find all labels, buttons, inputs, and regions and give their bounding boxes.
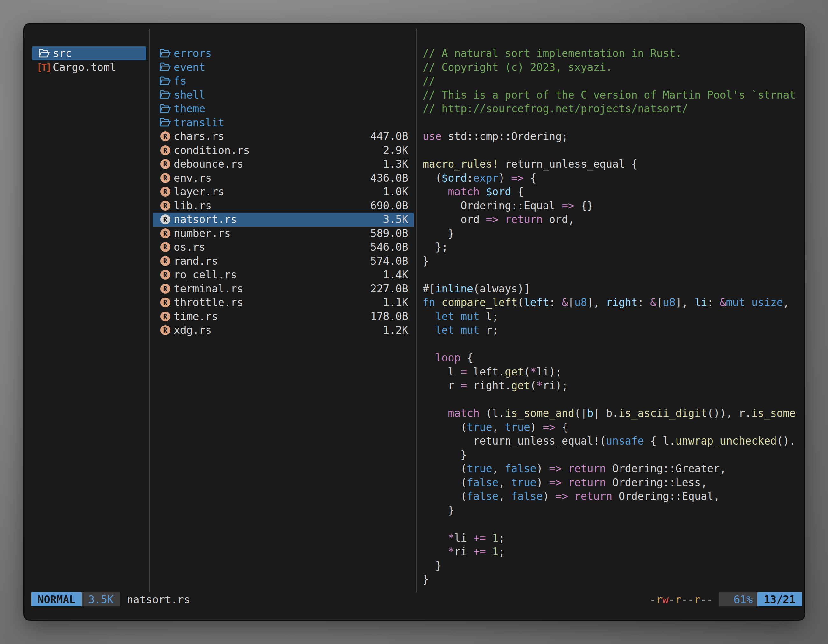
file-row[interactable]: [T]Cargo.toml xyxy=(32,60,146,74)
rust-file-icon: R xyxy=(160,312,170,321)
file-size: 1.3K xyxy=(383,158,408,170)
file-row[interactable]: Rchars.rs447.0B xyxy=(153,130,414,144)
rust-file-icon: R xyxy=(160,325,170,335)
code-line: (true, false) => return Ordering::Greate… xyxy=(423,462,799,476)
code-line: } xyxy=(423,503,799,517)
rust-file-icon: R xyxy=(160,146,171,155)
code-line xyxy=(423,393,799,407)
open-folder-icon xyxy=(160,76,171,86)
open-folder-icon xyxy=(160,76,171,86)
rust-file-icon: R xyxy=(160,159,170,169)
rust-file-icon: R xyxy=(160,201,171,211)
code-line: } xyxy=(423,254,799,268)
rust-file-icon: R xyxy=(160,284,171,294)
code-line: *ri += 1; xyxy=(423,545,799,559)
file-row[interactable]: Rterminal.rs227.0B xyxy=(153,282,414,296)
rust-file-icon: R xyxy=(160,256,171,266)
file-name: event xyxy=(174,61,205,74)
file-name: env.rs xyxy=(174,172,212,184)
file-row[interactable]: Rxdg.rs1.2K xyxy=(153,323,414,337)
status-bar-left: NORMAL 3.5K natsort.rs xyxy=(31,592,190,606)
rust-file-icon: R xyxy=(160,298,171,307)
file-row[interactable]: Rnumber.rs589.0B xyxy=(153,227,414,241)
code-line xyxy=(423,116,799,130)
file-size: 178.0B xyxy=(370,310,408,323)
code-line: } xyxy=(423,227,799,241)
file-row[interactable]: src xyxy=(32,47,146,60)
file-size: 546.0B xyxy=(370,241,408,253)
code-line: macro_rules! return_unless_equal { xyxy=(423,157,799,171)
file-size: 589.0B xyxy=(370,227,408,240)
code-line: match $ord { xyxy=(423,185,799,199)
file-name: ro_cell.rs xyxy=(174,268,237,281)
file-row[interactable]: fs xyxy=(153,74,414,88)
file-row[interactable]: Rro_cell.rs1.4K xyxy=(153,268,414,282)
pane-divider-right xyxy=(416,29,417,592)
file-row[interactable]: shell xyxy=(153,88,414,102)
rust-file-icon: R xyxy=(160,256,170,266)
code-line: let mut r; xyxy=(423,323,799,337)
file-name: time.rs xyxy=(174,310,218,323)
code-line: #[inline(always)] xyxy=(423,282,799,296)
file-row[interactable]: Ros.rs546.0B xyxy=(153,240,414,254)
code-line: } xyxy=(423,448,799,462)
file-size: 2.9K xyxy=(383,144,408,157)
file-name: theme xyxy=(174,102,205,115)
mode-badge: NORMAL xyxy=(31,592,82,606)
file-row[interactable]: event xyxy=(153,60,414,74)
open-folder-icon xyxy=(160,90,171,100)
open-folder-icon xyxy=(160,104,171,114)
file-row[interactable]: errors xyxy=(153,47,414,60)
file-name: os.rs xyxy=(174,241,205,253)
code-line: (false, true) => return Ordering::Less, xyxy=(423,476,799,490)
code-line: return_unless_equal!(unsafe { l.unwrap_u… xyxy=(423,434,799,448)
open-folder-icon xyxy=(160,49,171,58)
file-row[interactable]: translit xyxy=(153,116,414,130)
rust-file-icon: R xyxy=(160,270,171,280)
file-name: layer.rs xyxy=(174,185,224,198)
file-row[interactable]: Rdebounce.rs1.3K xyxy=(153,157,414,171)
file-row[interactable]: Rthrottle.rs1.1K xyxy=(153,296,414,310)
file-row[interactable]: Rlayer.rs1.0K xyxy=(153,185,414,199)
open-folder-icon xyxy=(160,49,171,58)
file-name: translit xyxy=(174,116,224,129)
file-size: 690.0B xyxy=(370,199,408,212)
file-size: 1.4K xyxy=(383,268,408,281)
rust-file-icon: R xyxy=(160,187,171,197)
code-line xyxy=(423,144,799,158)
rust-file-icon: R xyxy=(160,298,170,307)
code-line: }; xyxy=(423,240,799,254)
status-filename: natsort.rs xyxy=(127,592,190,606)
file-row[interactable]: Rlib.rs690.0B xyxy=(153,199,414,213)
rust-file-icon: R xyxy=(160,146,170,155)
rust-file-icon: R xyxy=(160,132,170,141)
file-name: chars.rs xyxy=(174,130,224,143)
file-preview-pane[interactable]: // A natural sort implementation in Rust… xyxy=(423,47,799,586)
file-name: fs xyxy=(174,75,187,87)
file-size: 227.0B xyxy=(370,282,408,295)
file-row[interactable]: Rrand.rs574.0B xyxy=(153,254,414,268)
pane-divider-left xyxy=(149,29,150,592)
file-row[interactable]: Rtime.rs178.0B xyxy=(153,310,414,324)
rust-file-icon: R xyxy=(160,325,171,335)
code-line: l = left.get(*li); xyxy=(423,365,799,379)
file-name: shell xyxy=(174,89,205,101)
file-row[interactable]: Renv.rs436.0B xyxy=(153,171,414,185)
code-line: (false, false) => return Ordering::Equal… xyxy=(423,489,799,503)
file-row[interactable]: Rnatsort.rs3.5K xyxy=(153,213,414,227)
file-row[interactable]: theme xyxy=(153,102,414,116)
open-folder-icon xyxy=(160,90,171,100)
toml-file-icon: [T] xyxy=(39,62,50,73)
code-line: } xyxy=(423,572,799,586)
file-name: natsort.rs xyxy=(174,213,237,226)
open-folder-icon xyxy=(160,118,171,127)
file-row[interactable]: Rcondition.rs2.9K xyxy=(153,144,414,158)
open-folder-icon xyxy=(160,63,171,72)
file-name: src xyxy=(53,47,72,60)
status-bar-right: -rw-r--r-- 61% 13/21 xyxy=(649,592,802,606)
file-name: xdg.rs xyxy=(174,324,212,336)
open-folder-icon xyxy=(39,49,50,58)
rust-file-icon: R xyxy=(160,187,170,197)
code-line: ord => return ord, xyxy=(423,213,799,227)
code-line: // Copyright (c) 2023, sxyazi. xyxy=(423,60,799,74)
